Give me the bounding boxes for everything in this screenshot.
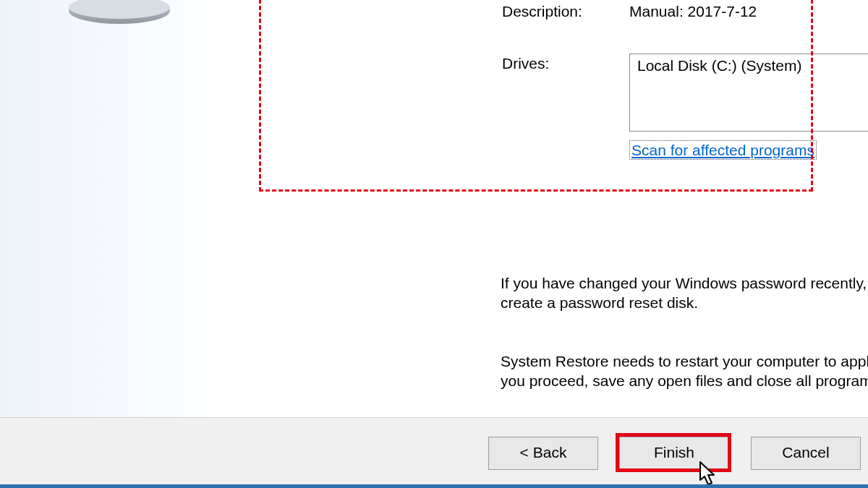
scan-affected-programs-link[interactable]: Scan for affected programs (629, 140, 817, 160)
drive-item: Local Disk (C:) (System) (637, 57, 868, 74)
password-reset-note: If you have changed your Windows passwor… (501, 273, 868, 313)
drives-listbox[interactable]: Local Disk (C:) (System) (629, 53, 868, 132)
wizard-content: Description: Manual: 2017-7-12 Drives: L… (231, 0, 868, 418)
drives-label: Drives: (502, 55, 549, 72)
back-button[interactable]: < Back (488, 437, 598, 470)
description-value: Manual: 2017-7-12 (629, 3, 757, 20)
finish-button[interactable]: Finish (619, 437, 729, 470)
restart-warning: System Restore needs to restart your com… (501, 351, 868, 391)
wizard-button-bar: < Back Finish Cancel (0, 417, 868, 488)
taskbar-strip (0, 484, 868, 488)
cancel-button[interactable]: Cancel (751, 437, 861, 470)
wizard-sidebar (0, 0, 231, 418)
monitor-icon (43, 0, 210, 36)
description-label: Description: (502, 3, 582, 20)
system-restore-wizard: Description: Manual: 2017-7-12 Drives: L… (0, 0, 868, 488)
